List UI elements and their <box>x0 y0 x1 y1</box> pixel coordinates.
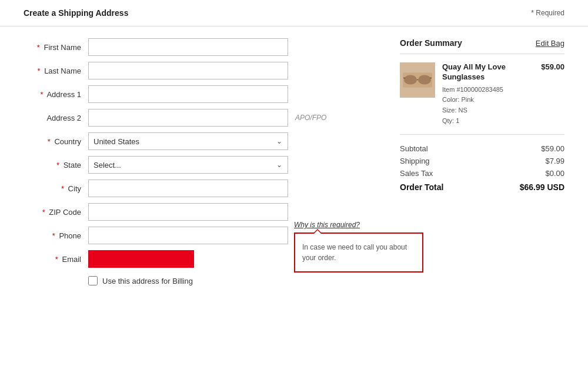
tooltip-box: In case we need to call you about your o… <box>294 232 423 273</box>
subtotal-row: Subtotal $59.00 <box>400 144 564 153</box>
billing-row: Use this address for Billing <box>88 276 376 285</box>
city-label: * City <box>24 184 88 193</box>
svg-rect-4 <box>403 78 405 79</box>
order-summary-panel: Order Summary Edit Bag Quay All My Love … <box>400 38 564 285</box>
sales-tax-value: $0.00 <box>545 169 564 178</box>
subtotal-value: $59.00 <box>541 144 564 153</box>
required-star: * <box>56 161 59 170</box>
sales-tax-label: Sales Tax <box>400 169 433 178</box>
billing-checkbox[interactable] <box>88 276 98 285</box>
last-name-input[interactable] <box>88 62 288 79</box>
product-item-number: Item #100000283485 <box>442 85 534 95</box>
product-image-svg <box>403 68 432 92</box>
product-details: Quay All My Love Sunglasses Item #100000… <box>442 62 534 126</box>
address2-label: Address 2 <box>24 114 88 122</box>
billing-label: Use this address for Billing <box>102 277 193 285</box>
shipping-label: Shipping <box>400 157 430 165</box>
zip-label: * ZIP Code <box>24 208 88 217</box>
country-select-wrapper: United States ⌄ <box>88 132 288 150</box>
email-input[interactable] <box>88 250 194 268</box>
state-label: * State <box>24 161 88 170</box>
product-qty: Qty: 1 <box>442 116 534 127</box>
required-star: * <box>42 208 45 217</box>
address2-row: Address 2 APO/FPO <box>24 109 376 127</box>
order-total-value: $66.99 USD <box>520 182 564 192</box>
product-name: Quay All My Love Sunglasses <box>442 62 534 82</box>
required-note: * Required <box>531 9 564 17</box>
country-row: * Country United States ⌄ <box>24 132 376 150</box>
last-name-label: * Last Name <box>24 67 88 75</box>
required-star: * <box>48 137 51 146</box>
zip-row: * ZIP Code <box>24 203 376 221</box>
svg-point-1 <box>404 75 417 85</box>
apo-fpo-link[interactable]: APO/FPO <box>295 114 326 122</box>
city-row: * City <box>24 180 376 197</box>
sales-tax-row: Sales Tax $0.00 <box>400 169 564 178</box>
phone-tooltip-area: Why is this required? In case we need to… <box>294 221 423 273</box>
first-name-label: * First Name <box>24 43 88 52</box>
country-label: * Country <box>24 137 88 146</box>
state-row: * State Select... ⌄ <box>24 156 376 174</box>
product-row: Quay All My Love Sunglasses Item #100000… <box>400 62 564 135</box>
svg-point-2 <box>418 75 431 85</box>
shipping-value: $7.99 <box>545 157 564 165</box>
order-summary-header: Order Summary Edit Bag <box>400 38 564 54</box>
zip-input[interactable] <box>88 203 288 221</box>
required-star: * <box>55 255 58 264</box>
phone-row: * Phone Why is this required? In case we… <box>24 227 376 244</box>
product-color: Color: Pink <box>442 95 534 105</box>
tooltip-text: In case we need to call you about your o… <box>302 243 407 262</box>
address1-label: * Address 1 <box>24 90 88 99</box>
required-star: * <box>40 90 43 99</box>
first-name-row: * First Name <box>24 38 376 56</box>
order-total-row: Order Total $66.99 USD <box>400 182 564 192</box>
last-name-row: * Last Name <box>24 62 376 79</box>
product-size: Size: NS <box>442 105 534 116</box>
required-star: * <box>37 67 40 75</box>
address1-row: * Address 1 <box>24 85 376 103</box>
required-star: * <box>61 184 64 193</box>
required-star: * <box>52 231 55 240</box>
page-title: Create a Shipping Address <box>24 8 128 18</box>
shipping-form-panel: * First Name * Last Name * Address 1 Add… <box>24 38 376 285</box>
state-select-wrapper: Select... ⌄ <box>88 156 288 174</box>
product-price: $59.00 <box>541 62 564 126</box>
first-name-input[interactable] <box>88 38 288 56</box>
order-total-label: Order Total <box>400 182 443 192</box>
phone-input[interactable] <box>88 227 288 244</box>
page-header: Create a Shipping Address * Required <box>0 0 588 26</box>
city-input[interactable] <box>88 180 288 197</box>
edit-bag-link[interactable]: Edit Bag <box>536 39 564 48</box>
state-select[interactable]: Select... <box>88 156 288 174</box>
address1-input[interactable] <box>88 85 288 103</box>
country-select[interactable]: United States <box>88 132 288 150</box>
shipping-row: Shipping $7.99 <box>400 157 564 165</box>
page-wrapper: * First Name * Last Name * Address 1 Add… <box>0 26 588 297</box>
why-required-link[interactable]: Why is this required? <box>294 221 423 229</box>
svg-rect-5 <box>430 78 432 79</box>
order-summary-title: Order Summary <box>400 38 462 48</box>
email-label: * Email <box>24 255 88 264</box>
subtotal-label: Subtotal <box>400 144 428 153</box>
phone-label: * Phone <box>24 231 88 240</box>
required-star: * <box>37 43 40 52</box>
product-image <box>400 62 435 98</box>
address2-input[interactable] <box>88 109 288 127</box>
